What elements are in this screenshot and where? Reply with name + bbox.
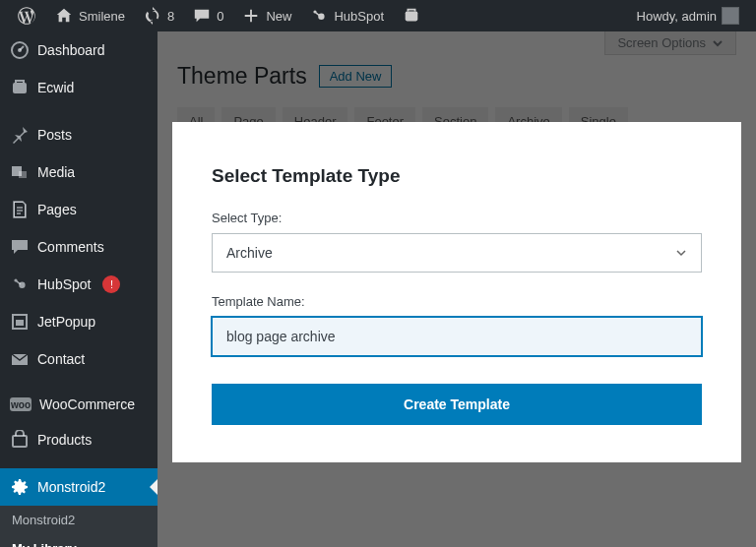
sidebar-item-label: Media	[37, 164, 75, 180]
svg-rect-8	[15, 203, 25, 216]
admin-topbar: Smilene 8 0 New HubSpot Howdy, admin	[0, 0, 756, 31]
wordpress-icon	[17, 6, 36, 26]
new-link[interactable]: New	[234, 0, 298, 31]
site-name: Smilene	[79, 9, 125, 24]
howdy-link[interactable]: Howdy, admin	[630, 0, 746, 31]
sidebar-item-pages[interactable]: Pages	[0, 191, 158, 228]
chevron-down-icon	[675, 247, 687, 259]
hubspot-link[interactable]: HubSpot	[302, 0, 391, 31]
updates-count: 8	[167, 9, 174, 24]
gear-icon	[10, 477, 30, 497]
alert-badge: !	[102, 275, 120, 293]
sidebar-item-dashboard[interactable]: Dashboard	[0, 31, 158, 69]
sidebar-item-media[interactable]: Media	[0, 153, 158, 191]
avatar	[722, 7, 739, 25]
sidebar-item-label: Comments	[37, 239, 104, 255]
plus-icon	[241, 6, 261, 26]
type-select[interactable]: Archive	[212, 233, 702, 273]
greeting: Howdy, admin	[637, 9, 717, 24]
svg-point-4	[18, 48, 22, 52]
svg-rect-12	[16, 320, 24, 326]
updates-link[interactable]: 8	[136, 0, 181, 31]
sidebar-item-jetpopup[interactable]: JetPopup	[0, 303, 158, 340]
sidebar-item-label: Ecwid	[37, 80, 74, 95]
update-icon	[143, 6, 162, 26]
new-label: New	[266, 9, 291, 24]
name-label: Template Name:	[212, 294, 702, 309]
sidebar-item-ecwid[interactable]: Ecwid	[0, 69, 158, 106]
home-icon	[54, 6, 74, 26]
media-icon	[10, 162, 30, 182]
sidebar-item-posts[interactable]: Posts	[0, 116, 158, 153]
screen-options-button[interactable]: Screen Options	[604, 31, 736, 55]
hubspot-icon	[309, 6, 329, 26]
sidebar-item-label: Contact	[37, 351, 85, 367]
sidebar-item-label: HubSpot	[37, 276, 91, 292]
sidebar-item-products[interactable]: Products	[0, 421, 158, 458]
sidebar-item-label: Monstroid2	[37, 479, 105, 495]
comment-icon	[192, 6, 212, 26]
popup-icon	[10, 312, 30, 332]
sidebar-item-label: WooCommerce	[39, 396, 135, 412]
ecwid-icon	[402, 6, 421, 26]
sidebar-item-label: JetPopup	[37, 314, 95, 330]
submenu-item-monstroid2[interactable]: Monstroid2	[0, 506, 158, 534]
create-template-button[interactable]: Create Template	[212, 384, 702, 425]
mail-icon	[10, 349, 30, 369]
sidebar-item-woocommerce[interactable]: wooWooCommerce	[0, 388, 158, 421]
pin-icon	[10, 125, 30, 145]
add-new-button[interactable]: Add New	[319, 65, 393, 88]
submenu-item-my-library[interactable]: My Library	[0, 534, 158, 547]
ecwid-topbar-link[interactable]	[395, 0, 428, 31]
sidebar-submenu: Monstroid2 My Library	[0, 506, 158, 547]
sidebar-item-label: Posts	[37, 127, 72, 143]
sidebar-item-monstroid2[interactable]: Monstroid2	[0, 468, 158, 506]
svg-rect-2	[406, 12, 418, 22]
page-icon	[10, 200, 30, 219]
sidebar-item-hubspot[interactable]: HubSpot!	[0, 266, 158, 303]
admin-sidebar: Dashboard Ecwid Posts Media Pages Commen…	[0, 31, 158, 547]
comments-icon	[10, 237, 30, 257]
svg-rect-5	[13, 83, 27, 93]
type-label: Select Type:	[212, 211, 702, 225]
ecwid-icon	[10, 78, 30, 97]
hubspot-label: HubSpot	[334, 9, 384, 24]
svg-rect-14	[13, 436, 27, 447]
sidebar-item-label: Products	[37, 432, 92, 448]
products-icon	[10, 430, 30, 450]
modal-title: Select Template Type	[212, 165, 702, 187]
type-select-value: Archive	[226, 245, 273, 261]
chevron-down-icon	[712, 37, 724, 49]
sidebar-item-contact[interactable]: Contact	[0, 340, 158, 378]
dashboard-icon	[10, 40, 30, 60]
woo-icon: woo	[10, 397, 32, 411]
wp-logo[interactable]	[10, 0, 43, 31]
comments-link[interactable]: 0	[185, 0, 230, 31]
hubspot-icon	[10, 274, 30, 294]
admin-site-link[interactable]: Smilene	[47, 0, 132, 31]
page-title: Theme Parts	[177, 63, 307, 90]
svg-rect-7	[19, 171, 27, 178]
sidebar-item-label: Pages	[37, 202, 77, 217]
template-type-modal: Select Template Type Select Type: Archiv…	[172, 122, 741, 462]
comments-count: 0	[217, 9, 223, 24]
template-name-input[interactable]	[212, 317, 702, 356]
sidebar-item-comments[interactable]: Comments	[0, 228, 158, 266]
sidebar-item-label: Dashboard	[37, 42, 105, 58]
